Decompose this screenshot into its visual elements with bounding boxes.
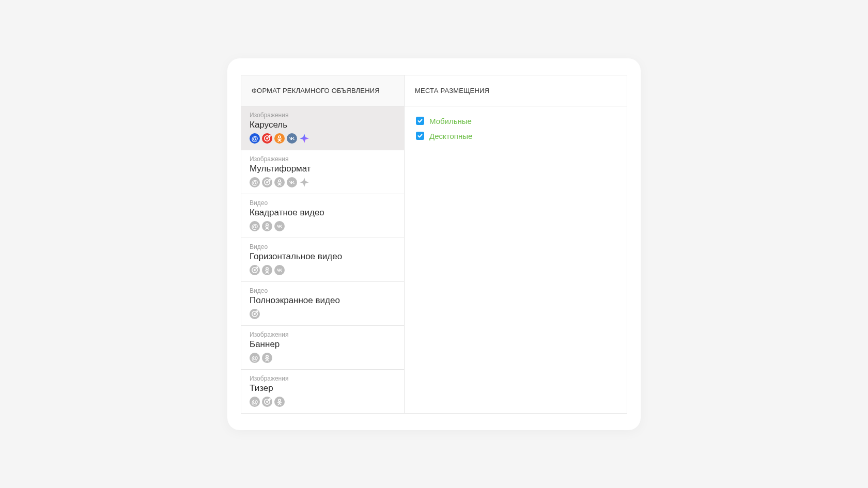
format-icon-row: [250, 309, 396, 319]
ok-icon: [262, 265, 272, 275]
ok-icon: [262, 221, 272, 231]
svg-point-12: [266, 181, 268, 183]
svg-text:@: @: [252, 134, 258, 142]
svg-text:@: @: [252, 398, 258, 405]
format-category: Видео: [250, 287, 396, 294]
format-title: Мультиформат: [250, 164, 396, 174]
format-item[interactable]: ВидеоГоризонтальное видео: [241, 238, 404, 282]
ok-icon: [262, 353, 272, 363]
placement-label: Мобильные: [429, 117, 472, 125]
svg-text:@: @: [252, 222, 258, 230]
format-item[interactable]: ИзображенияКарусель@: [241, 106, 404, 150]
at-icon: @: [250, 177, 260, 187]
target-icon: [250, 309, 260, 319]
at-icon: @: [250, 397, 260, 407]
vk-icon: [274, 265, 285, 275]
format-category: Видео: [250, 243, 396, 250]
at-icon: @: [250, 221, 260, 231]
format-icon-row: @: [250, 133, 396, 144]
placement-item[interactable]: Десктопные: [416, 132, 615, 140]
placement-checkbox[interactable]: [416, 117, 424, 125]
placement-checkbox[interactable]: [416, 132, 424, 140]
format-category: Видео: [250, 199, 396, 207]
ok-icon: [274, 397, 285, 407]
at-icon: @: [250, 353, 260, 363]
vk-icon: [287, 177, 297, 187]
format-item[interactable]: ВидеоПолноэкранное видео: [241, 282, 404, 326]
svg-point-23: [254, 269, 256, 271]
format-icon-row: @: [250, 177, 396, 187]
placement-list: МобильныеДесктопные: [405, 106, 627, 151]
format-item[interactable]: ИзображенияБаннер@: [241, 326, 404, 370]
ok-icon: [274, 133, 285, 144]
format-title: Баннер: [250, 339, 396, 350]
format-icon-row: [250, 265, 396, 275]
sparkle-icon: [299, 133, 309, 144]
format-icon-row: @: [250, 353, 396, 363]
ok-icon: [274, 177, 285, 187]
format-title: Полноэкранное видео: [250, 295, 396, 306]
target-icon: [262, 397, 272, 407]
format-icon-row: @: [250, 221, 396, 231]
format-item[interactable]: ВидеоКвадратное видео@: [241, 194, 404, 238]
svg-text:@: @: [252, 354, 258, 361]
format-title: Горизонтальное видео: [250, 251, 396, 262]
placement-label: Десктопные: [429, 132, 472, 140]
svg-point-29: [254, 313, 256, 315]
at-icon: @: [250, 133, 260, 144]
target-icon: [262, 177, 272, 187]
format-title: Тизер: [250, 383, 396, 393]
format-category: Изображения: [250, 331, 396, 338]
placement-item[interactable]: Мобильные: [416, 117, 615, 125]
placements-header: МЕСТА РАЗМЕЩЕНИЯ: [405, 75, 627, 106]
format-item[interactable]: ИзображенияМультиформат@: [241, 150, 404, 194]
target-icon: [262, 133, 272, 144]
format-title: Карусель: [250, 120, 396, 130]
format-category: Изображения: [250, 112, 396, 119]
format-icon-row: @: [250, 397, 396, 407]
left-panel: ФОРМАТ РЕКЛАМНОГО ОБЪЯВЛЕНИЯ Изображения…: [241, 75, 405, 413]
svg-text:@: @: [252, 178, 258, 186]
format-category: Изображения: [250, 155, 396, 163]
formats-header: ФОРМАТ РЕКЛАМНОГО ОБЪЯВЛЕНИЯ: [241, 75, 404, 106]
format-list: ИзображенияКарусель@ИзображенияМультифор…: [241, 106, 404, 413]
format-item[interactable]: ИзображенияТизер@: [241, 370, 404, 413]
vk-icon: [287, 133, 297, 144]
panels: ФОРМАТ РЕКЛАМНОГО ОБЪЯВЛЕНИЯ Изображения…: [241, 75, 627, 414]
right-panel: МЕСТА РАЗМЕЩЕНИЯ МобильныеДесктопные: [405, 75, 627, 413]
svg-point-38: [266, 401, 268, 403]
format-category: Изображения: [250, 375, 396, 382]
sparkle-icon: [299, 177, 309, 187]
settings-card: ФОРМАТ РЕКЛАМНОГО ОБЪЯВЛЕНИЯ Изображения…: [227, 58, 641, 430]
svg-point-4: [266, 137, 268, 139]
format-title: Квадратное видео: [250, 208, 396, 218]
target-icon: [250, 265, 260, 275]
vk-icon: [274, 221, 285, 231]
